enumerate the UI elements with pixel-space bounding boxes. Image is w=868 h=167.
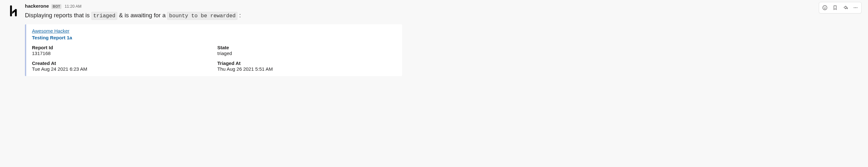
field-state: State triaged	[217, 45, 396, 56]
attachment-fields: Report Id 1317168 State triaged Created …	[32, 45, 396, 72]
code-chip-bounty: bounty to be rewarded	[167, 12, 238, 20]
text-part: Displaying reports that is	[25, 12, 91, 19]
svg-point-3	[823, 5, 827, 10]
attachment-title-link[interactable]: Testing Report 1a	[32, 35, 396, 40]
bookmark-icon	[832, 5, 838, 10]
field-value: Tue Aug 24 2021 6:23 AM	[32, 66, 211, 72]
more-actions-button[interactable]	[850, 3, 861, 12]
field-value: triaged	[217, 51, 396, 56]
message-header: hackerone BOT 11:20 AM	[25, 3, 862, 9]
field-label: State	[217, 45, 396, 50]
message: hackerone BOT 11:20 AM Displaying report…	[6, 3, 862, 76]
svg-point-4	[824, 7, 824, 7]
field-value: 1317168	[32, 51, 211, 56]
svg-point-6	[854, 7, 854, 8]
text-part: & is awaiting for a	[117, 12, 167, 19]
text-part: :	[238, 12, 241, 19]
sender-avatar	[6, 4, 21, 18]
svg-point-8	[857, 7, 857, 8]
message-timestamp[interactable]: 11:20 AM	[65, 4, 82, 9]
bookmark-button[interactable]	[830, 3, 840, 12]
sender-name[interactable]: hackerone	[25, 3, 49, 9]
message-text: Displaying reports that is triaged & is …	[25, 11, 862, 20]
svg-point-5	[826, 7, 826, 7]
share-button[interactable]	[840, 3, 850, 12]
svg-rect-0	[10, 5, 12, 16]
add-reaction-button[interactable]	[820, 3, 830, 12]
field-triaged-at: Triaged At Thu Aug 26 2021 5:51 AM	[217, 60, 396, 72]
hackerone-logo-icon	[7, 5, 20, 17]
code-chip-triaged: triaged	[91, 12, 117, 20]
attachment-author-link[interactable]: Awesome Hacker	[32, 28, 69, 34]
bot-badge: BOT	[52, 4, 61, 9]
ellipsis-icon	[852, 5, 859, 10]
attachment-card: Awesome Hacker Testing Report 1a Report …	[25, 24, 402, 76]
message-body: hackerone BOT 11:20 AM Displaying report…	[25, 3, 862, 76]
share-arrow-icon	[842, 5, 848, 10]
smile-icon	[822, 5, 828, 10]
svg-point-7	[855, 7, 856, 8]
field-label: Report Id	[32, 45, 211, 50]
field-created-at: Created At Tue Aug 24 2021 6:23 AM	[32, 60, 211, 72]
message-actions-toolbar	[819, 2, 862, 13]
field-report-id: Report Id 1317168	[32, 45, 211, 56]
field-label: Created At	[32, 60, 211, 66]
field-label: Triaged At	[217, 60, 396, 66]
field-value: Thu Aug 26 2021 5:51 AM	[217, 66, 396, 72]
